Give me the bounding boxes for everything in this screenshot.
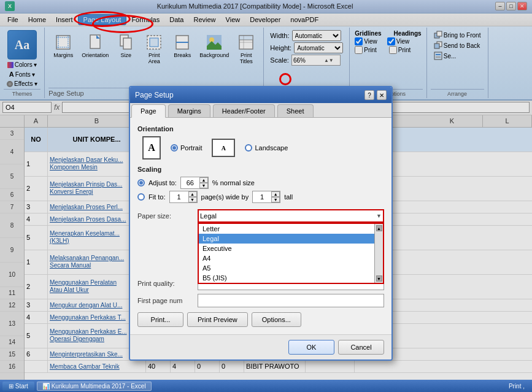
taskbar-time: Print , bbox=[504, 383, 530, 390]
dialog-tab-header-footer[interactable]: Header/Footer bbox=[213, 104, 275, 117]
paper-size-value: Legal bbox=[200, 212, 217, 220]
fit-pages-spinner: ▲ ▼ bbox=[169, 191, 198, 203]
dialog-title-bar: Page Setup ? ✕ bbox=[130, 87, 391, 103]
adjust-radio-circle bbox=[137, 179, 145, 186]
option-a5[interactable]: A5 bbox=[199, 263, 383, 273]
page-setup-dialog: Page Setup ? ✕ Page Margins Header/Foote… bbox=[129, 86, 393, 361]
orientation-label: Orientation bbox=[137, 125, 384, 133]
scrollbar-down[interactable]: ▼ bbox=[376, 275, 382, 282]
paper-size-select[interactable]: Legal ▼ bbox=[198, 209, 384, 223]
fit-tall-suffix: tall bbox=[284, 193, 293, 201]
fit-tall-spinners: ▲ ▼ bbox=[271, 191, 280, 202]
landscape-preview: A bbox=[212, 139, 235, 157]
orientation-controls: A Portrait A Landscape bbox=[142, 136, 384, 159]
adjust-spinner-wrapper: ▲ ▼ bbox=[180, 177, 209, 189]
option-legal[interactable]: Legal bbox=[199, 234, 383, 244]
paper-size-row: Paper size: Legal ▼ Letter Legal Executi… bbox=[137, 209, 384, 223]
option-executive[interactable]: Executive bbox=[199, 244, 383, 253]
adjust-radio-dot bbox=[139, 181, 143, 185]
portrait-radio-circle bbox=[171, 144, 178, 152]
adjust-up-button[interactable]: ▲ bbox=[199, 177, 208, 183]
fit-pages-down[interactable]: ▼ bbox=[188, 197, 197, 202]
first-page-input[interactable] bbox=[198, 294, 384, 307]
options-button[interactable]: Options... bbox=[252, 312, 301, 327]
print-quality-label: Print quality: bbox=[137, 280, 193, 287]
taskbar: ⊞ Start 📊 Kurikulum Multimedia 2017 - Ex… bbox=[0, 380, 532, 392]
portrait-radio[interactable]: Portrait bbox=[171, 144, 202, 152]
dialog-title: Page Setup bbox=[135, 91, 364, 99]
print-button[interactable]: Print... bbox=[137, 312, 183, 327]
fit-tall-down[interactable]: ▼ bbox=[271, 197, 280, 202]
fit-tall-input[interactable] bbox=[253, 191, 271, 202]
adjust-spinners: ▲ ▼ bbox=[199, 177, 208, 188]
dropdown-arrow: ▼ bbox=[376, 213, 382, 219]
adjust-down-button[interactable]: ▼ bbox=[199, 183, 208, 188]
taskbar-excel-item[interactable]: 📊 Kurikulum Multimedia 2017 - Excel bbox=[37, 382, 152, 391]
dialog-close-button[interactable]: ✕ bbox=[377, 90, 387, 100]
fit-tall-spinner: ▲ ▼ bbox=[252, 191, 280, 203]
fit-row: Fit to: ▲ ▼ page(s) wide by ▲ ▼ bbox=[137, 191, 384, 203]
fit-pages-input[interactable] bbox=[170, 191, 188, 202]
preview-button[interactable]: Print Preview bbox=[187, 312, 248, 327]
orientation-section: Orientation A Portrait A Landscape bbox=[137, 125, 384, 159]
portrait-preview: A bbox=[142, 136, 161, 159]
excel-window: X Kurikulum Multimedia 2017 [Compatibili… bbox=[0, 0, 532, 380]
dialog-tabs: Page Margins Header/Footer Sheet bbox=[130, 103, 391, 118]
dialog-tab-margins[interactable]: Margins bbox=[168, 104, 210, 117]
paper-size-label: Paper size: bbox=[137, 212, 193, 220]
adjust-input[interactable] bbox=[181, 177, 199, 188]
adjust-radio[interactable] bbox=[137, 179, 145, 186]
dialog-tab-sheet[interactable]: Sheet bbox=[277, 104, 314, 117]
paper-size-options: Letter Legal Executive A4 A5 B5 (JIS) ▲ … bbox=[198, 223, 384, 284]
paper-size-dropdown-wrapper: Legal ▼ Letter Legal Executive A4 A5 B5 … bbox=[198, 209, 384, 223]
first-page-row: First page num bbox=[137, 294, 384, 307]
scaling-label: Scaling bbox=[137, 166, 384, 173]
fit-page-spinners: ▲ ▼ bbox=[188, 191, 197, 202]
adjust-suffix: % normal size bbox=[212, 179, 255, 186]
scaling-section: Scaling Adjust to: ▲ ▼ bbox=[137, 166, 384, 203]
start-button[interactable]: ⊞ Start bbox=[2, 382, 34, 391]
dialog-footer: OK Cancel bbox=[130, 334, 391, 359]
fit-label: Fit to: bbox=[148, 193, 166, 201]
portrait-label: Portrait bbox=[180, 144, 202, 152]
action-buttons: Print... Print Preview Options... bbox=[137, 312, 384, 327]
option-letter[interactable]: Letter bbox=[199, 224, 383, 234]
adjust-row: Adjust to: ▲ ▼ % normal size bbox=[137, 177, 384, 189]
dialog-tab-page[interactable]: Page bbox=[131, 104, 166, 118]
dialog-help-button[interactable]: ? bbox=[364, 90, 374, 100]
dialog-body: Orientation A Portrait A Landscape bbox=[130, 118, 391, 334]
fit-suffix: page(s) wide by bbox=[201, 193, 249, 201]
option-b5jis[interactable]: B5 (JIS) bbox=[199, 273, 383, 283]
option-a4[interactable]: A4 bbox=[199, 253, 383, 263]
cancel-button[interactable]: Cancel bbox=[338, 340, 384, 355]
dropdown-scrollbar: ▲ ▼ bbox=[374, 224, 383, 283]
landscape-label: Landscape bbox=[255, 144, 288, 152]
ok-button[interactable]: OK bbox=[288, 340, 334, 355]
portrait-radio-dot bbox=[172, 146, 176, 150]
landscape-radio[interactable]: Landscape bbox=[245, 144, 288, 152]
fit-tall-up[interactable]: ▲ bbox=[271, 191, 280, 197]
adjust-label: Adjust to: bbox=[148, 179, 177, 186]
fit-pages-up[interactable]: ▲ bbox=[188, 191, 197, 197]
fit-radio-circle bbox=[137, 193, 145, 201]
scrollbar-up[interactable]: ▲ bbox=[376, 225, 382, 231]
landscape-radio-circle bbox=[245, 144, 252, 152]
fit-radio[interactable] bbox=[137, 193, 145, 201]
first-page-label: First page num bbox=[137, 297, 193, 304]
